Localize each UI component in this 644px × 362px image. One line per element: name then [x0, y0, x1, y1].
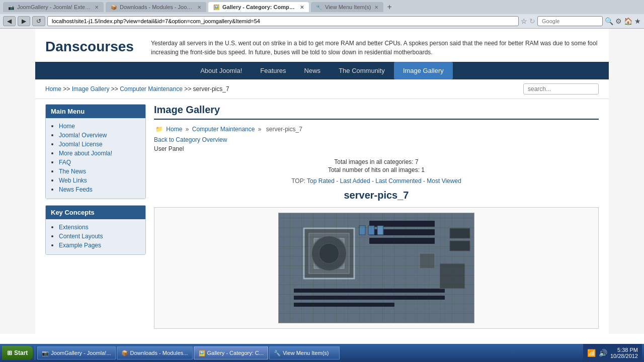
action-links: Back to Category Overview [154, 136, 599, 143]
sidebar-item-news[interactable]: The News [59, 168, 86, 175]
svg-rect-20 [450, 228, 470, 238]
reload-button[interactable]: ↺ [32, 16, 45, 26]
svg-rect-10 [359, 226, 365, 235]
sidebar: Main Menu Home Joomla! Overview Joomla! … [45, 104, 146, 329]
sidebar-item-example-pages[interactable]: Example Pages [59, 242, 101, 249]
gallery-image [278, 213, 474, 323]
tools-icon[interactable]: ⚙ [615, 17, 622, 25]
new-tab-button[interactable]: + [385, 3, 394, 12]
main-nav: About Joomla! Features News The Communit… [35, 62, 609, 79]
sidebar-item-faq[interactable]: FAQ [59, 159, 71, 166]
sidebar-key-concepts-content: Extensions Content Layouts Example Pages [46, 219, 145, 254]
svg-rect-1 [279, 213, 474, 323]
browser-tab-2[interactable]: 📦 Downloads - Modules - JoomImages ✕ [106, 2, 206, 12]
svg-rect-14 [294, 296, 445, 300]
user-panel-label: User Panel [154, 145, 599, 152]
tab-close-3[interactable]: ✕ [300, 5, 304, 10]
back-button[interactable]: ◀ [3, 16, 16, 26]
sidebar-item-license[interactable]: Joomla! License [59, 141, 103, 148]
nav-about[interactable]: About Joomla! [191, 62, 251, 79]
browser-titlebar: 📷 JoomGallery - Joomla! Extensions Direc… [0, 0, 644, 14]
search-go-icon[interactable]: 🔍 [605, 17, 613, 25]
motherboard-svg [279, 213, 474, 323]
sidebar-item-more[interactable]: More about Joomla! [59, 150, 112, 157]
gallery-box [154, 207, 599, 329]
breadcrumb: Home >> Image Gallery >> Computer Mainte… [45, 85, 229, 93]
refresh-icon: ↻ [529, 17, 535, 25]
sidebar-item-content-layouts[interactable]: Content Layouts [59, 233, 103, 240]
home-icon[interactable]: 🏠 [624, 17, 632, 25]
category-title: server-pics_7 [154, 190, 599, 201]
svg-rect-11 [368, 226, 374, 235]
sidebar-key-concepts: Key Concepts Extensions Content Layouts … [45, 205, 146, 255]
nav-gallery[interactable]: Image Gallery [394, 62, 453, 79]
sidebar-item-overview[interactable]: Joomla! Overview [59, 132, 107, 139]
trail-category[interactable]: Computer Maintenance [192, 126, 255, 133]
trail-sep-2: » [258, 126, 263, 133]
content-area: Image Gallery 📁 Home » Computer Maintena… [154, 104, 599, 329]
browser-toolbar: ◀ ▶ ↺ ☆ ↻ 🔍 ⚙ 🏠 ★ [0, 14, 644, 29]
browser-chrome: 📷 JoomGallery - Joomla! Extensions Direc… [0, 0, 644, 334]
svg-rect-8 [369, 229, 435, 235]
address-bar[interactable] [47, 16, 519, 26]
breadcrumb-current: server-pics_7 [193, 85, 229, 93]
sidebar-item-extensions[interactable]: Extensions [59, 224, 89, 231]
trail-icon: 📁 [155, 126, 163, 133]
trail-sep-1: » [186, 126, 191, 133]
svg-point-16 [311, 236, 347, 271]
last-added-link[interactable]: Last Added [340, 177, 370, 185]
trail-current: server-pics_7 [266, 126, 302, 133]
page-inner: Danscourses Yesterday all servers in the… [35, 29, 609, 334]
svg-rect-4 [304, 228, 354, 279]
top-rated-link[interactable]: Top Rated [307, 177, 335, 185]
sidebar-item-home[interactable]: Home [59, 123, 75, 130]
breadcrumb-gallery[interactable]: Image Gallery [72, 85, 110, 93]
breadcrumb-sep-1: >> [63, 85, 71, 93]
stats-area: Total images in all categories: 7 Total … [154, 158, 599, 173]
svg-rect-6 [314, 238, 344, 268]
breadcrumb-bar: Home >> Image Gallery >> Computer Mainte… [35, 79, 609, 99]
svg-point-17 [319, 243, 339, 263]
nav-news[interactable]: News [295, 62, 330, 79]
breadcrumb-category[interactable]: Computer Maintenance [120, 85, 183, 93]
breadcrumb-home[interactable]: Home [45, 85, 61, 93]
header-news: Yesterday all servers in the U.S. went o… [151, 39, 599, 57]
svg-rect-19 [420, 253, 435, 268]
browser-search-input[interactable] [537, 16, 603, 26]
forward-button[interactable]: ▶ [18, 16, 30, 26]
breadcrumb-sep-3: >> [184, 85, 193, 93]
tab-close-4[interactable]: ✕ [374, 5, 378, 10]
site-logo: Danscourses [45, 39, 136, 55]
sidebar-item-weblinks[interactable]: Web Links [59, 177, 87, 184]
sidebar-main-menu: Main Menu Home Joomla! Overview Joomla! … [45, 104, 146, 199]
tab-close-1[interactable]: ✕ [95, 5, 99, 10]
top-label: TOP: [291, 177, 305, 185]
page-wrapper: Danscourses Yesterday all servers in the… [0, 29, 644, 334]
bookmark-icon[interactable]: ☆ [521, 17, 527, 25]
bookmark-bar-icon[interactable]: ★ [634, 17, 641, 25]
total-hits-stat: Total number of hits on all images: 1 [154, 166, 599, 173]
browser-tab-3[interactable]: 🖼️ Gallery - Category: Computer Maintena… [208, 2, 309, 12]
back-to-category-link[interactable]: Back to Category Overview [154, 136, 227, 143]
sidebar-key-concepts-title: Key Concepts [46, 206, 145, 219]
nav-features[interactable]: Features [251, 62, 295, 79]
tab-close-2[interactable]: ✕ [197, 5, 201, 10]
trail-home[interactable]: Home [166, 126, 182, 133]
most-viewed-link[interactable]: Most Viewed [427, 177, 461, 185]
last-commented-link[interactable]: Last Commented [375, 177, 421, 185]
svg-rect-5 [309, 233, 349, 274]
total-images-stat: Total images in all categories: 7 [154, 158, 599, 165]
browser-tab-1[interactable]: 📷 JoomGallery - Joomla! Extensions Direc… [3, 2, 104, 12]
nav-community[interactable]: The Community [330, 62, 394, 79]
page-search-input[interactable] [523, 83, 599, 95]
svg-rect-0 [279, 213, 474, 323]
main-layout: Main Menu Home Joomla! Overview Joomla! … [35, 99, 609, 334]
browser-tab-4[interactable]: 🔧 View Menu Item(s) ✕ [311, 2, 383, 12]
content-breadcrumb-trail: 📁 Home » Computer Maintenance » server-p… [154, 126, 599, 133]
sidebar-item-newsfeeds[interactable]: News Feeds [59, 186, 93, 193]
site-header: Danscourses Yesterday all servers in the… [35, 29, 609, 62]
svg-rect-12 [377, 226, 383, 235]
svg-rect-9 [369, 238, 435, 244]
top-links: TOP: Top Rated - Last Added - Last Comme… [154, 177, 599, 185]
content-title: Image Gallery [154, 104, 599, 120]
